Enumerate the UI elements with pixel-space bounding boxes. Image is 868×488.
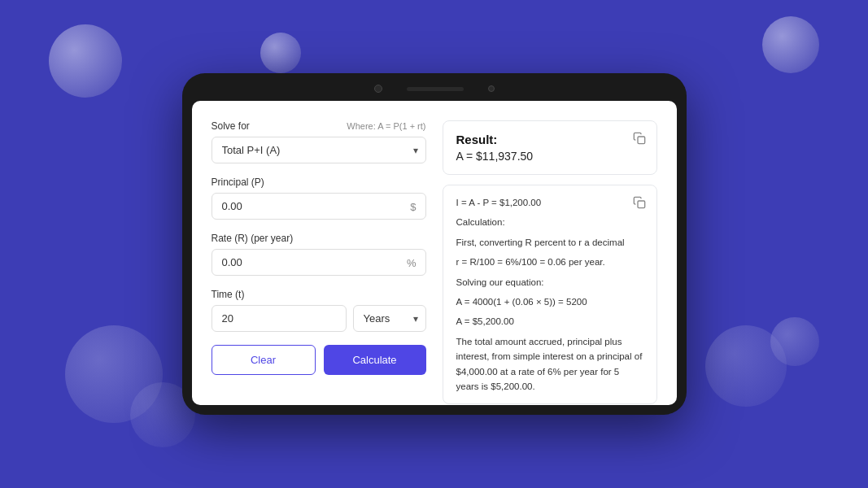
principal-input[interactable] xyxy=(212,193,426,220)
time-input-wrapper xyxy=(212,305,347,332)
detail-line-6: Solving our equation: xyxy=(456,275,643,290)
solve-for-select[interactable]: Total P+I (A) Principal (P) Rate (R) Tim… xyxy=(212,137,426,163)
time-group: Time (t) Years Months Days ▾ xyxy=(212,289,426,332)
detail-line-2: Calculation: xyxy=(456,215,643,229)
bg-circle-2 xyxy=(260,33,301,73)
detail-line-4: r = R/100 = 6%/100 = 0.06 per year. xyxy=(456,255,643,269)
svg-rect-1 xyxy=(638,201,645,208)
time-row: Years Months Days ▾ xyxy=(212,305,426,332)
time-unit-select-wrapper: Years Months Days ▾ xyxy=(353,305,426,332)
tablet-frame: Solve for Where: A = P(1 + rt) Total P+I… xyxy=(182,73,687,415)
result-value: A = $11,937.50 xyxy=(456,150,643,163)
result-title: Result: xyxy=(456,133,643,146)
bg-circle-3 xyxy=(762,16,819,73)
detail-line-1: I = A - P = $1,200.00 xyxy=(456,195,643,210)
button-row: Clear Calculate xyxy=(212,345,426,375)
right-panel: Result: A = $11,937.50 xyxy=(443,120,657,386)
tablet-screen: Solve for Where: A = P(1 + rt) Total P+I… xyxy=(192,101,677,405)
solve-for-header: Solve for Where: A = P(1 + rt) xyxy=(212,120,426,132)
time-input[interactable] xyxy=(212,305,347,332)
principal-input-wrapper: $ xyxy=(212,193,426,220)
clear-button[interactable]: Clear xyxy=(212,345,316,375)
tablet-camera xyxy=(374,85,382,93)
tablet-top-bar xyxy=(192,85,677,93)
result-card: Result: A = $11,937.50 xyxy=(443,120,657,175)
tablet-speaker xyxy=(407,87,464,91)
rate-input[interactable] xyxy=(212,249,426,276)
time-label: Time (t) xyxy=(212,289,426,300)
bg-circle-1 xyxy=(49,24,122,98)
app-content: Solve for Where: A = P(1 + rt) Total P+I… xyxy=(192,101,677,405)
detail-card: I = A - P = $1,200.00 Calculation: First… xyxy=(443,185,657,404)
detail-line-7: A = 4000(1 + (0.06 × 5)) = 5200 xyxy=(456,294,643,309)
solve-for-group: Solve for Where: A = P(1 + rt) Total P+I… xyxy=(212,120,426,163)
copy-result-icon[interactable] xyxy=(632,131,647,146)
solve-for-label: Solve for xyxy=(212,120,250,132)
time-unit-select[interactable]: Years Months Days xyxy=(353,305,426,332)
detail-text: I = A - P = $1,200.00 Calculation: First… xyxy=(456,195,643,394)
rate-group: Rate (R) (per year) % xyxy=(212,233,426,276)
copy-detail-icon[interactable] xyxy=(632,195,647,210)
detail-line-8: A = $5,200.00 xyxy=(456,314,643,329)
rate-label: Rate (R) (per year) xyxy=(212,233,426,244)
rate-input-wrapper: % xyxy=(212,249,426,276)
solve-for-select-wrapper: Total P+I (A) Principal (P) Rate (R) Tim… xyxy=(212,137,426,163)
principal-group: Principal (P) $ xyxy=(212,176,426,220)
svg-rect-0 xyxy=(638,137,645,144)
principal-label: Principal (P) xyxy=(212,176,426,188)
detail-line-3: First, converting R percent to r a decim… xyxy=(456,235,643,250)
bg-circle-7 xyxy=(770,317,819,366)
detail-line-10: The total amount accrued, principal plus… xyxy=(456,334,643,394)
left-panel: Solve for Where: A = P(1 + rt) Total P+I… xyxy=(212,120,426,386)
calculate-button[interactable]: Calculate xyxy=(324,345,426,375)
tablet-mic xyxy=(488,85,495,92)
formula-hint: Where: A = P(1 + rt) xyxy=(347,121,425,131)
